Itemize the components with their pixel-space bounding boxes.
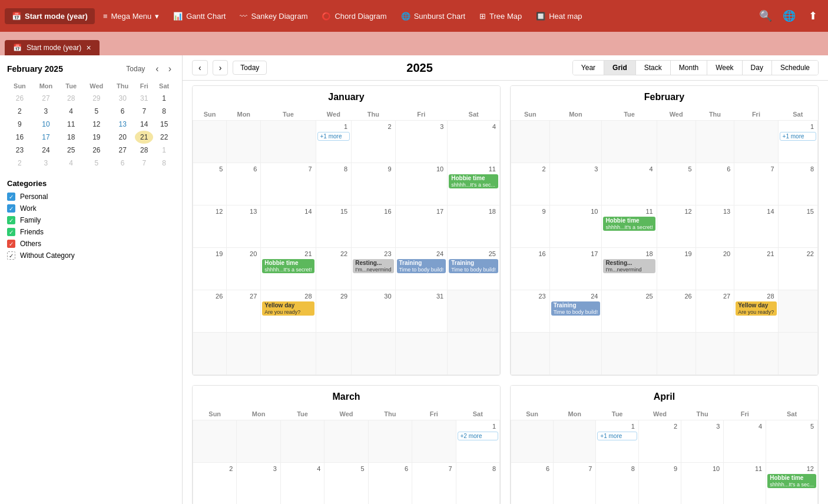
mini-day-cell[interactable]: 1 <box>153 144 175 157</box>
mini-day-cell[interactable]: 28 <box>135 144 153 157</box>
category-checkbox[interactable]: ✓ <box>7 240 15 248</box>
cal-next-button[interactable]: › <box>213 60 228 75</box>
mini-day-cell[interactable]: 24 <box>32 144 59 157</box>
month-day-cell[interactable]: 1+1 more <box>596 420 639 463</box>
mini-day-cell[interactable]: 23 <box>7 144 32 157</box>
event-item[interactable]: Resting...I'm...nevermind <box>603 259 655 273</box>
month-day-cell[interactable]: 25TrainingTime to body build! <box>448 248 500 290</box>
month-day-cell[interactable] <box>554 420 596 463</box>
month-day-cell[interactable]: 14 <box>261 205 316 248</box>
mini-day-cell[interactable]: 4 <box>59 105 82 118</box>
month-day-cell[interactable]: 6 <box>511 463 554 505</box>
mini-day-cell[interactable]: 29 <box>82 92 110 105</box>
event-item[interactable]: Hobbie timeshhhh...It's a secret! <box>603 217 655 231</box>
mini-day-cell[interactable]: 22 <box>153 131 175 144</box>
month-day-cell[interactable]: 12 <box>193 205 227 248</box>
month-day-cell[interactable]: 26 <box>657 290 695 333</box>
month-day-cell[interactable]: 3 <box>395 121 448 163</box>
month-day-cell[interactable]: 10 <box>681 463 724 505</box>
month-day-cell[interactable]: 17 <box>549 248 602 290</box>
view-btn-grid[interactable]: Grid <box>604 61 636 75</box>
month-day-cell[interactable] <box>695 333 734 375</box>
view-btn-week[interactable]: Week <box>707 61 742 75</box>
category-checkbox[interactable]: ✓ <box>7 216 15 224</box>
mini-day-cell[interactable]: 12 <box>82 118 110 131</box>
month-day-cell[interactable]: 7 <box>554 463 596 505</box>
globe-button[interactable]: 🌐 <box>779 5 800 26</box>
gantt-chart-button[interactable]: 📊 Gantt Chart <box>167 8 231 24</box>
event-item[interactable]: TrainingTime to body build! <box>397 259 446 273</box>
month-day-cell[interactable]: 10 <box>549 205 602 248</box>
heat-map-button[interactable]: 🔲 Heat map <box>530 8 588 24</box>
month-day-cell[interactable]: 14 <box>734 205 778 248</box>
month-day-cell[interactable]: 8 <box>456 463 499 505</box>
month-day-cell[interactable]: 4 <box>724 420 766 463</box>
month-day-cell[interactable]: 23Resting...I'm...nevermind <box>352 248 395 290</box>
mini-day-cell[interactable]: 15 <box>153 118 175 131</box>
mini-day-cell[interactable]: 20 <box>110 131 135 144</box>
month-day-cell[interactable]: 21Hobbie timeshhhh...It's a secret! <box>261 248 316 290</box>
month-day-cell[interactable]: 5 <box>766 420 818 463</box>
mini-day-cell[interactable]: 13 <box>110 118 135 131</box>
mini-day-cell[interactable]: 30 <box>110 92 135 105</box>
month-day-cell[interactable]: 21 <box>734 248 778 290</box>
event-more[interactable]: +1 more <box>317 132 350 141</box>
month-day-cell[interactable] <box>734 121 778 163</box>
mini-day-cell[interactable]: 7 <box>135 105 153 118</box>
month-day-cell[interactable]: 28Yellow dayAre you ready? <box>261 290 316 333</box>
mini-day-cell[interactable]: 6 <box>110 157 135 170</box>
cal-prev-button[interactable]: ‹ <box>192 60 208 75</box>
category-item[interactable]: ✓Friends <box>7 228 175 236</box>
event-item[interactable]: TrainingTime to body build! <box>551 301 601 316</box>
mini-day-cell[interactable]: 5 <box>82 157 110 170</box>
month-day-cell[interactable] <box>237 420 280 463</box>
tab-close-button[interactable]: × <box>86 44 91 52</box>
mini-day-cell[interactable]: 21 <box>135 131 153 144</box>
month-day-cell[interactable] <box>193 121 227 163</box>
brand-button[interactable]: 📅 Start mode (year) <box>5 8 95 24</box>
month-day-cell[interactable] <box>352 333 395 375</box>
month-day-cell[interactable] <box>261 121 316 163</box>
month-day-cell[interactable] <box>193 420 237 463</box>
category-checkbox[interactable]: ✓ <box>7 228 15 236</box>
month-day-cell[interactable] <box>778 333 817 375</box>
mini-day-cell[interactable]: 9 <box>7 118 32 131</box>
month-day-cell[interactable]: 3 <box>549 163 602 205</box>
month-day-cell[interactable]: 13 <box>227 205 261 248</box>
month-day-cell[interactable] <box>778 290 817 333</box>
month-day-cell[interactable]: 23 <box>511 290 550 333</box>
mini-day-cell[interactable]: 27 <box>32 92 59 105</box>
sunburst-chart-button[interactable]: 🌐 Sunburst Chart <box>395 8 471 24</box>
month-day-cell[interactable] <box>280 420 324 463</box>
month-day-cell[interactable] <box>602 333 657 375</box>
mini-next-button[interactable]: › <box>165 62 175 75</box>
month-day-cell[interactable]: 5 <box>193 163 227 205</box>
month-day-cell[interactable]: 20 <box>227 248 261 290</box>
month-day-cell[interactable] <box>324 420 368 463</box>
month-day-cell[interactable]: 11Hobbie timeshhhh...It's a sec... <box>448 163 500 205</box>
mini-day-cell[interactable]: 14 <box>135 118 153 131</box>
month-day-cell[interactable] <box>511 420 554 463</box>
mini-day-cell[interactable]: 2 <box>7 105 32 118</box>
event-more[interactable]: +2 more <box>458 432 498 440</box>
month-day-cell[interactable] <box>227 121 261 163</box>
event-item[interactable]: Resting...I'm...nevermind <box>353 259 393 273</box>
month-day-cell[interactable]: 8 <box>316 163 352 205</box>
month-day-cell[interactable]: 13 <box>695 205 734 248</box>
mini-day-cell[interactable]: 19 <box>82 131 110 144</box>
month-day-cell[interactable]: 4 <box>602 163 657 205</box>
month-day-cell[interactable] <box>695 121 734 163</box>
month-day-cell[interactable]: 24TrainingTime to body build! <box>395 248 448 290</box>
month-day-cell[interactable] <box>549 121 602 163</box>
month-day-cell[interactable]: 7 <box>734 163 778 205</box>
month-day-cell[interactable]: 10 <box>395 163 448 205</box>
event-more[interactable]: +1 more <box>780 132 816 141</box>
month-day-cell[interactable]: 1+1 more <box>778 121 817 163</box>
month-day-cell[interactable]: 22 <box>316 248 352 290</box>
month-day-cell[interactable]: 25 <box>602 290 657 333</box>
category-checkbox[interactable]: ✓ <box>7 251 15 260</box>
month-day-cell[interactable] <box>734 333 778 375</box>
month-day-cell[interactable]: 1+2 more <box>456 420 499 463</box>
cal-today-button[interactable]: Today <box>233 61 267 75</box>
month-day-cell[interactable]: 3 <box>237 463 280 505</box>
